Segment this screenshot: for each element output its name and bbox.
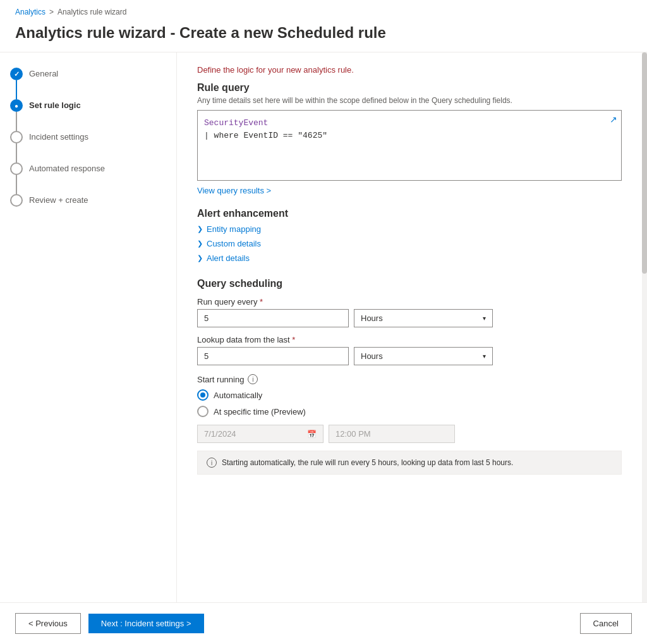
step-circle-incident-settings [10,131,23,143]
step-line-set-rule-logic [16,112,17,131]
breadcrumb: Analytics > Analytics rule wizard [0,0,647,19]
datetime-row: 7/1/2024 📅 12:00 PM [197,425,622,443]
info-bar: i Starting automatically, the rule will … [197,451,622,475]
step-line-automated-response [16,175,17,194]
step-label-automated-response: Automated response [29,162,105,173]
info-bar-icon: i [207,458,217,468]
breadcrumb-current: Analytics rule wizard [57,8,126,16]
scrollbar-track[interactable] [642,52,647,602]
step-label-set-rule-logic: Set rule logic [29,99,81,110]
query-line-2: | where EventID == "4625" [204,130,615,142]
rule-query-section: Rule query Any time details set here wil… [197,82,622,181]
start-running-label: Start running i [197,374,622,384]
lookup-row: Hours ▾ [197,347,622,365]
query-scheduling-title: Query scheduling [197,278,622,289]
alert-enhancement-title: Alert enhancement [197,208,622,219]
define-text: Define the logic for your new analytics … [197,65,622,75]
info-bar-text: Starting automatically, the rule will ru… [222,458,513,467]
page-title: Analytics rule wizard - Create a new Sch… [0,19,647,52]
run-every-dropdown-icon: ▾ [483,315,486,322]
custom-details-item[interactable]: ❯ Custom details [197,236,622,251]
step-circle-set-rule-logic: ● [10,99,23,112]
query-line-1: SecurityEvent [204,117,615,130]
radio-specific-time[interactable]: At specific time (Preview) [197,406,622,417]
run-every-label: Run query every * [197,297,622,307]
query-editor-container[interactable]: SecurityEvent | where EventID == "4625" … [197,110,622,181]
radio-specific-time-circle [197,406,209,417]
step-label-incident-settings: Incident settings [29,131,88,142]
lookup-label: Lookup data from the last * [197,335,622,344]
sidebar-item-review-create[interactable]: Review + create [10,194,166,207]
step-circle-review-create [10,194,23,207]
rule-query-subtitle: Any time details set here will be within… [197,96,622,105]
query-scheduling-section: Query scheduling Run query every * Hours… [197,278,622,475]
time-input[interactable]: 12:00 PM [329,425,455,443]
next-button[interactable]: Next : Incident settings > [88,614,204,633]
breadcrumb-separator: > [49,8,54,16]
lookup-required: * [292,335,295,344]
scrollbar-thumb[interactable] [642,52,647,274]
run-every-row: Hours ▾ [197,309,622,327]
chevron-entity-mapping-icon: ❯ [197,225,203,233]
chevron-alert-details-icon: ❯ [197,254,203,262]
breadcrumb-parent[interactable]: Analytics [15,8,45,16]
step-label-review-create: Review + create [29,194,88,205]
alert-details-label: Alert details [207,253,250,263]
sidebar-item-incident-settings[interactable]: Incident settings [10,131,166,162]
calendar-icon: 📅 [307,430,317,439]
radio-specific-time-label: At specific time (Preview) [214,407,306,416]
footer: < Previous Next : Incident settings > Ca… [0,602,647,644]
cancel-button[interactable]: Cancel [580,613,632,634]
entity-mapping-item[interactable]: ❯ Entity mapping [197,222,622,236]
sidebar-item-set-rule-logic[interactable]: ● Set rule logic [10,99,166,131]
expand-icon[interactable]: ↗ [610,114,617,125]
date-input[interactable]: 7/1/2024 📅 [197,425,324,443]
right-content: Define the logic for your new analytics … [177,52,642,578]
time-value: 12:00 PM [336,429,371,439]
step-label-general: General [29,68,58,78]
query-editor[interactable]: SecurityEvent | where EventID == "4625" [198,111,621,180]
run-every-required: * [260,297,263,307]
lookup-unit-select[interactable]: Hours ▾ [354,347,493,365]
radio-automatically-label: Automatically [214,391,262,400]
date-value: 7/1/2024 [204,429,236,439]
lookup-input[interactable] [197,347,349,365]
run-every-unit-value: Hours [361,313,383,323]
sidebar-item-automated-response[interactable]: Automated response [10,162,166,194]
view-query-link[interactable]: View query results > [197,186,271,195]
previous-button[interactable]: < Previous [15,613,81,634]
alert-enhancement-section: Alert enhancement ❯ Entity mapping ❯ Cus… [197,208,622,265]
step-line-incident-settings [16,143,17,162]
step-circle-automated-response [10,162,23,175]
alert-details-item[interactable]: ❯ Alert details [197,251,622,265]
rule-query-title: Rule query [197,82,622,94]
chevron-custom-details-icon: ❯ [197,240,203,248]
run-every-unit-select[interactable]: Hours ▾ [354,309,493,327]
step-line-general [16,80,17,99]
entity-mapping-label: Entity mapping [207,224,261,234]
lookup-unit-value: Hours [361,351,383,361]
custom-details-label: Custom details [207,239,261,248]
lookup-dropdown-icon: ▾ [483,353,486,360]
step-circle-general: ✓ [10,68,23,80]
radio-automatically-circle [197,389,209,401]
radio-automatically[interactable]: Automatically [197,389,622,401]
start-running-info-icon[interactable]: i [248,374,258,384]
sidebar: ✓ General ● Set rule logic [0,52,177,602]
sidebar-item-general[interactable]: ✓ General [10,68,166,99]
run-every-input[interactable] [197,309,349,327]
radio-group-start: Automatically At specific time (Preview) [197,389,622,417]
